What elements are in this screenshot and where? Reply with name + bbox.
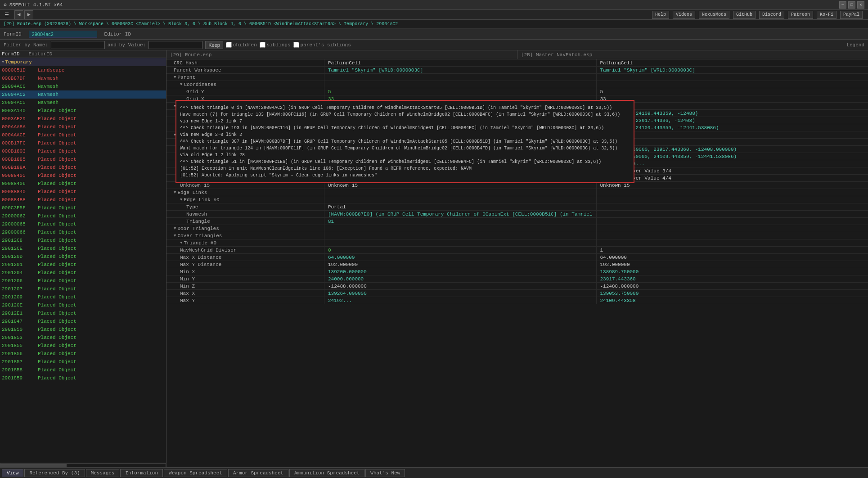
table-row[interactable]: ▼Parent: [166, 74, 868, 81]
table-row[interactable]: Triangle 81: [166, 218, 868, 225]
tree-item[interactable]: 000B17FC Placed Object: [0, 139, 166, 147]
forward-button[interactable]: ►: [24, 10, 33, 19]
tree-item[interactable]: 00088405 Placed Object: [0, 171, 166, 180]
table-row[interactable]: ▼Edge Links: [166, 189, 868, 196]
tree-item[interactable]: 00088840 Placed Object: [0, 188, 166, 196]
bottom-tab-ammunition-spreadsheet[interactable]: Ammunition Spreadsheet: [289, 469, 364, 477]
tree-item[interactable]: 290120E Placed Object: [0, 301, 166, 309]
tree-item[interactable]: 29012CE Placed Object: [0, 244, 166, 253]
table-row[interactable]: ▼Door Triangles: [166, 225, 868, 232]
table-row[interactable]: Grid Y 5 5: [166, 88, 868, 95]
table-row[interactable]: ▼Coordinates: [166, 81, 868, 88]
help-button[interactable]: Help: [652, 11, 669, 19]
table-row[interactable]: Type Portal: [166, 203, 868, 211]
table-row[interactable]: Max X 139264.000000 139053.750000: [166, 290, 868, 297]
tree-formid: 2901859: [2, 375, 38, 381]
tree-item[interactable]: 000B87DF Navmesh: [0, 74, 166, 82]
tree-item[interactable]: 29012C8 Placed Object: [0, 236, 166, 244]
table-row[interactable]: Min Y 24000.000000 23917.443360: [166, 275, 868, 283]
tree-item[interactable]: 0003AE29 Placed Object: [0, 115, 166, 123]
tree-item[interactable]: 2901209 Placed Object: [0, 293, 166, 301]
bottom-tab-weapon-spreadsheet[interactable]: Weapon Spreadsheet: [164, 469, 227, 477]
tree-item[interactable]: 290120D Placed Object: [0, 253, 166, 261]
bottom-tab-information[interactable]: Information: [120, 469, 163, 477]
menu-hamburger[interactable]: ☰: [2, 11, 12, 18]
tree-item[interactable]: 000884B8 Placed Object: [0, 196, 166, 204]
filter-name-input[interactable]: [51, 41, 105, 49]
bottom-tab-referenced-by--3-[interactable]: Referenced By (3): [24, 469, 85, 477]
tree-item[interactable]: 2901201 Placed Object: [0, 261, 166, 269]
table-row[interactable]: ▼Edge Link #0: [166, 196, 868, 203]
tree-container[interactable]: ▼ Temporary 0000C51D Landscape 000B87DF …: [0, 58, 166, 463]
tree-item[interactable]: 29000062 Placed Object: [0, 212, 166, 220]
tree-item[interactable]: 2901858 Placed Object: [0, 366, 166, 374]
bottom-tab-what-s-new[interactable]: What's New: [365, 469, 405, 477]
tree-item[interactable]: 000AAA8A Placed Object: [0, 123, 166, 131]
table-row[interactable]: Parent Workspace Tamriel "Skyrim" [WRLD:…: [166, 67, 868, 74]
tree-item[interactable]: 000B1885 Placed Object: [0, 155, 166, 163]
scroll-track[interactable]: [0, 463, 166, 467]
tree-item[interactable]: 2901859 Placed Object: [0, 374, 166, 382]
tree-item[interactable]: 2901855 Placed Object: [0, 342, 166, 350]
children-checkbox[interactable]: [226, 42, 232, 48]
table-row[interactable]: CRC Hash PathingCell PathingCell: [166, 59, 868, 67]
formid-input[interactable]: [29, 31, 97, 38]
close-button[interactable]: ✕: [857, 1, 864, 9]
tree-item[interactable]: 2901847 Placed Object: [0, 317, 166, 325]
left-col-editorid[interactable]: EditorID: [29, 51, 53, 57]
siblings-checkbox[interactable]: [260, 42, 265, 48]
table-row[interactable]: Min X 139200.000000 138989.750000: [166, 268, 868, 275]
table-row[interactable]: Navmesh [NAVM:000B87E0] (in GRUP Cell Te…: [166, 211, 868, 218]
patreon-button[interactable]: Patreon: [788, 11, 813, 19]
scroll-thumb[interactable]: [0, 464, 67, 467]
tree-item[interactable]: 2901204 Placed Object: [0, 269, 166, 277]
tree-item[interactable]: 2901850 Placed Object: [0, 325, 166, 334]
children-checkbox-label[interactable]: children: [226, 42, 257, 48]
table-row[interactable]: Max Y Distance 192.000000 192.000000: [166, 261, 868, 268]
tree-item[interactable]: 000B1803 Placed Object: [0, 147, 166, 155]
bottom-tab-view[interactable]: View: [2, 469, 23, 477]
table-row[interactable]: ▼Cover Triangles: [166, 232, 868, 239]
tree-item[interactable]: 29012E1 Placed Object: [0, 309, 166, 317]
tree-item[interactable]: 29004AC5 Navmesh: [0, 99, 166, 107]
nexusmods-button[interactable]: NexusMods: [699, 11, 729, 19]
tree-item[interactable]: 0003A140 Placed Object: [0, 107, 166, 115]
tree-item[interactable]: 2901856 Placed Object: [0, 350, 166, 358]
filter-value-input[interactable]: [148, 41, 202, 49]
tree-item[interactable]: 000B188A Placed Object: [0, 163, 166, 171]
keep-button[interactable]: Keep: [205, 41, 223, 49]
table-row[interactable]: Max Y 24192... 24109.443358: [166, 297, 868, 304]
minimize-button[interactable]: ─: [839, 1, 846, 9]
tree-item[interactable]: 000C3F5F Placed Object: [0, 204, 166, 212]
left-scrollbar[interactable]: [0, 463, 166, 467]
back-button[interactable]: ◄: [14, 10, 23, 19]
table-row[interactable]: Max X Distance 64.000000 64.000000: [166, 254, 868, 261]
tree-item[interactable]: 00088406 Placed Object: [0, 180, 166, 188]
parents-siblings-checkbox[interactable]: [293, 42, 299, 48]
tree-item[interactable]: 2901206 Placed Object: [0, 277, 166, 285]
siblings-checkbox-label[interactable]: siblings: [260, 42, 291, 48]
paypal-button[interactable]: PayPal: [840, 11, 863, 19]
tree-item[interactable]: 29000066 Placed Object: [0, 228, 166, 236]
github-button[interactable]: GitHub: [733, 11, 756, 19]
tree-item[interactable]: 000AAACE Placed Object: [0, 131, 166, 139]
tree-item[interactable]: 2901207 Placed Object: [0, 285, 166, 293]
bottom-tab-messages[interactable]: Messages: [86, 469, 120, 477]
tree-item[interactable]: 29000065 Placed Object: [0, 220, 166, 228]
table-row[interactable]: Min Z -12488.000000 -12488.000000: [166, 283, 868, 290]
discord-button[interactable]: Discord: [759, 11, 784, 19]
maximize-button[interactable]: □: [848, 1, 855, 9]
tree-item[interactable]: 0000C51D Landscape: [0, 66, 166, 74]
legend-button[interactable]: Legend: [846, 42, 864, 48]
table-row[interactable]: NavMeshGrid Divisor 0 1: [166, 247, 868, 254]
bottom-tab-armor-spreadsheet[interactable]: Armor Spreadsheet: [228, 469, 288, 477]
kofi-button[interactable]: Ko-Fi: [817, 11, 837, 19]
tree-item[interactable]: 29004AC0 Navmesh: [0, 82, 166, 90]
tree-item[interactable]: 2901857 Placed Object: [0, 358, 166, 366]
parents-siblings-checkbox-label[interactable]: parent's siblings: [293, 42, 351, 48]
tree-item[interactable]: 2901853 Placed Object: [0, 334, 166, 342]
videos-button[interactable]: Videos: [673, 11, 695, 19]
tree-item[interactable]: 29004AC2 Navmesh: [0, 90, 166, 99]
table-row[interactable]: ▼Triangle #0: [166, 239, 868, 247]
left-col-formid[interactable]: FormID: [2, 51, 20, 57]
